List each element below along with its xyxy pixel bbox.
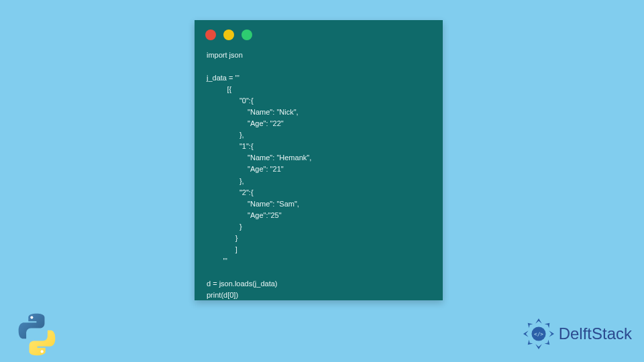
brand-logo: </> DelftStack — [523, 318, 632, 350]
minimize-icon — [223, 29, 234, 40]
code-window: import json j_data = ''' [{ "0":{ "Name"… — [195, 20, 443, 300]
close-icon — [205, 29, 216, 40]
code-content: import json j_data = ''' [{ "0":{ "Name"… — [195, 47, 443, 312]
svg-marker-2 — [535, 318, 542, 324]
svg-marker-4 — [535, 344, 542, 349]
python-logo-icon — [13, 311, 60, 358]
svg-marker-5 — [523, 330, 529, 337]
window-titlebar — [195, 20, 443, 47]
svg-point-0 — [30, 316, 33, 318]
svg-marker-6 — [544, 323, 549, 328]
brand-name: DelftStack — [559, 324, 632, 343]
svg-marker-8 — [527, 340, 533, 345]
svg-marker-9 — [527, 323, 533, 328]
svg-point-1 — [41, 350, 44, 353]
svg-text:</>: </> — [534, 331, 543, 337]
svg-marker-3 — [549, 330, 554, 337]
brand-emblem-icon: </> — [523, 318, 555, 350]
maximize-icon — [241, 29, 252, 40]
svg-marker-7 — [544, 340, 549, 345]
